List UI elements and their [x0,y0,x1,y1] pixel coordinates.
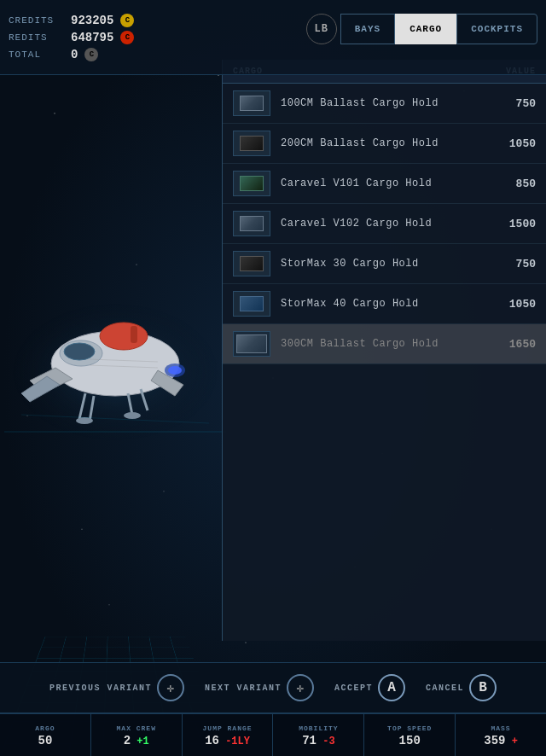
credits-value: 923205 [71,14,113,27]
ship-image [4,244,226,466]
total-row: TOTAL 0 C [9,48,162,61]
cargo-thumb [233,331,270,357]
stat-value: 71 -3 [302,735,334,747]
cargo-name: Caravel V101 Cargo Hold [281,177,493,189]
stats-bar: ARGO50MAX CREW2 +1JUMP RANGE16 -1LYMOBIL… [0,713,546,756]
cancel-icon: B [469,674,497,701]
stat-label: MASS [491,724,510,732]
svg-point-4 [100,323,148,350]
accept-button[interactable]: ACCEPT A [328,671,412,705]
stat-cell: MOBILITY71 -3 [273,714,364,756]
stat-cell: MAX CREW2 +1 [91,714,183,756]
cargo-value: 750 [493,97,536,110]
svg-rect-5 [131,326,137,343]
accept-label: ACCEPT [334,683,373,693]
cargo-thumb [233,291,270,317]
cargo-list: 100CM Ballast Cargo Hold750200CM Ballast… [223,84,546,641]
redits-value: 648795 [71,31,113,44]
svg-point-10 [168,366,182,375]
stat-cell: ARGO50 [0,714,91,756]
cargo-value: 1650 [493,338,536,351]
cargo-item[interactable]: 200CM Ballast Cargo Hold1050 [223,124,546,164]
credits-row: CREDITS 923205 C [9,14,162,27]
stat-cell: MASS359 + [456,714,546,756]
stat-delta: -1LY [219,736,250,747]
cargo-name: StorMax 30 Cargo Hold [281,258,493,270]
cargo-name: 300CM Ballast Cargo Hold [281,338,493,350]
stat-label: ARGO [35,724,55,732]
stat-value: 50 [38,735,53,747]
credits-label: CREDITS [9,15,64,26]
cargo-value: 1050 [493,298,536,311]
next-variant-button[interactable]: NEXT VARIANT ✛ [198,671,321,705]
cargo-name: Caravel V102 Cargo Hold [281,218,493,230]
tab-lb[interactable]: LB [306,14,337,44]
total-label: TOTAL [9,49,64,60]
cargo-value: 1500 [493,218,536,230]
cargo-thumb [233,171,270,196]
cargo-thumb [233,90,270,116]
stat-cell: TOP SPEED150 [364,714,456,756]
tab-bar: LB BAYS CARGO COCKPITS [306,14,537,44]
previous-variant-icon: ✛ [157,674,184,701]
stat-value: 359 + [484,735,518,747]
svg-point-15 [76,417,93,424]
stat-value: 150 [399,735,421,747]
total-icon: C [84,48,98,61]
credits-block: CREDITS 923205 C REDITS 648795 C TOTAL 0… [9,14,162,61]
cargo-item[interactable]: Caravel V101 Cargo Hold850 [223,164,546,204]
cargo-value: 750 [493,258,536,270]
tab-cockpits[interactable]: COCKPITS [456,14,537,44]
cargo-value: 1050 [493,137,536,150]
main-panel: CARGO VALUE 100CM Ballast Cargo Hold7502… [222,60,546,641]
stat-label: MOBILITY [299,724,338,732]
stat-label: MAX CREW [117,724,156,732]
stat-value: 2 +1 [124,735,149,747]
stat-delta: + [505,736,517,747]
ship-viewport [0,68,230,641]
previous-variant-button[interactable]: PREVIOUS VARIANT ✛ [43,671,191,705]
cargo-item[interactable]: StorMax 40 Cargo Hold1050 [223,284,546,324]
previous-variant-label: PREVIOUS VARIANT [49,683,152,693]
tab-bays[interactable]: BAYS [340,14,395,44]
tab-cargo[interactable]: CARGO [395,14,456,44]
cargo-thumb [233,131,270,156]
cargo-item[interactable]: Caravel V102 Cargo Hold1500 [223,204,546,244]
action-bar: PREVIOUS VARIANT ✛ NEXT VARIANT ✛ ACCEPT… [0,662,546,713]
svg-point-3 [64,343,95,360]
cancel-button[interactable]: CANCEL B [419,671,503,705]
top-bar: CREDITS 923205 C REDITS 648795 C TOTAL 0… [0,0,546,75]
accept-icon: A [378,674,405,701]
stat-label: TOP SPEED [387,724,432,732]
redits-label: REDITS [9,32,64,43]
redits-icon: C [120,31,134,44]
cargo-item[interactable]: 100CM Ballast Cargo Hold750 [223,84,546,124]
cancel-label: CANCEL [426,683,464,693]
cargo-item[interactable]: 300CM Ballast Cargo Hold1650 [223,324,546,364]
next-variant-icon: ✛ [287,674,314,701]
cargo-value: 850 [493,177,536,190]
stat-value: 16 -1LY [205,735,250,747]
redits-row: REDITS 648795 C [9,31,162,44]
credits-icon: C [120,14,134,27]
cargo-name: 100CM Ballast Cargo Hold [281,97,493,109]
svg-point-16 [124,412,141,419]
next-variant-label: NEXT VARIANT [205,683,282,693]
stat-delta: -3 [317,736,335,747]
stat-delta: +1 [131,736,149,747]
stat-label: JUMP RANGE [203,724,253,732]
cargo-thumb [233,251,270,276]
cargo-name: StorMax 40 Cargo Hold [281,298,493,310]
total-value: 0 [71,48,78,61]
stat-cell: JUMP RANGE16 -1LY [183,714,274,756]
cargo-thumb [233,211,270,236]
cargo-name: 200CM Ballast Cargo Hold [281,137,493,149]
cargo-item[interactable]: StorMax 30 Cargo Hold750 [223,244,546,284]
